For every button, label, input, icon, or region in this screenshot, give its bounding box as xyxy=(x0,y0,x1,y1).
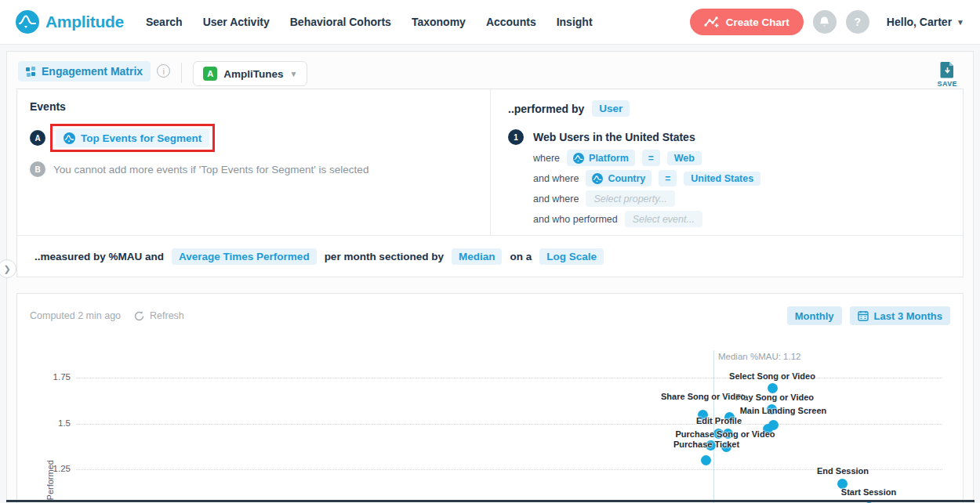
event-a-pill[interactable]: Top Events for Segment xyxy=(56,128,209,147)
scatter-plot: 1.751.51.25s PerformedMedian %MAU: 1.12S… xyxy=(17,294,964,503)
measured-by-row: ..measured by %MAU and Average Times Per… xyxy=(17,236,963,277)
help-button[interactable]: ? xyxy=(846,10,869,34)
segment-condition-row: and whereSelect property... xyxy=(533,190,946,207)
create-chart-label: Create Chart xyxy=(726,16,789,28)
median-mau-label: Median %MAU: 1.12 xyxy=(718,352,800,361)
data-point-label: Select Song or Video xyxy=(729,371,815,381)
segment-condition-row: and who performedSelect event... xyxy=(533,211,946,227)
chart-title-pill[interactable]: Engagement Matrix xyxy=(18,61,151,81)
data-point-label: Purchase Song or Video xyxy=(676,429,775,439)
measured-by-text-1: ..measured by %MAU and xyxy=(34,251,164,262)
segment-condition-row: and whereCountry=United States xyxy=(533,170,946,186)
condition-conjunction: and where xyxy=(533,194,579,204)
annotation-highlight-box: Top Events for Segment xyxy=(50,124,215,152)
toolbar-divider xyxy=(181,63,182,83)
performed-by-subject[interactable]: User xyxy=(592,100,630,117)
condition-conjunction: where xyxy=(533,153,560,164)
data-point-select-song-or-video[interactable] xyxy=(768,383,778,393)
notifications-button[interactable] xyxy=(813,10,837,34)
chart-toolbar: Engagement Matrix i A AmpliTunes ▼ SAVE xyxy=(7,52,973,88)
data-point-label: End Session xyxy=(817,466,869,476)
y-axis-tick: 1.5 xyxy=(34,418,71,428)
matrix-icon xyxy=(26,67,36,77)
chart-card: Computed 2 min ago Refresh Monthly xyxy=(16,293,964,503)
metric-pill[interactable]: Average Times Performed xyxy=(172,248,317,265)
nav-item-insight[interactable]: Insight xyxy=(557,16,593,28)
collapse-panel-button[interactable]: ❯ xyxy=(0,259,16,278)
condition-value-pill[interactable]: United States xyxy=(684,172,760,186)
question-mark-icon: ? xyxy=(855,16,862,28)
nav-item-behavioral-cohorts[interactable]: Behavioral Cohorts xyxy=(290,16,391,28)
data-point-label: Edit Profile xyxy=(696,416,742,425)
top-navigation-bar: Amplitude SearchUser ActivityBehavioral … xyxy=(0,0,980,45)
main-nav: SearchUser ActivityBehavioral CohortsTax… xyxy=(146,16,593,28)
user-menu[interactable]: Hello, Carter ▼ xyxy=(887,16,964,28)
info-icon[interactable]: i xyxy=(157,64,170,78)
gridline-y-1.5 xyxy=(76,424,942,425)
data-point-label: Main Landing Screen xyxy=(740,406,827,415)
data-point-label: Purchase Ticket xyxy=(673,440,739,449)
project-badge: A xyxy=(203,67,217,81)
condition-conjunction: and where xyxy=(533,173,579,184)
condition-placeholder-input[interactable]: Select event... xyxy=(625,211,702,227)
condition-property-label: Platform xyxy=(589,153,629,164)
chart-title: Engagement Matrix xyxy=(42,65,143,78)
condition-conjunction: and who performed xyxy=(533,214,618,225)
amplitude-property-icon xyxy=(573,153,584,164)
nav-item-accounts[interactable]: Accounts xyxy=(486,16,536,28)
condition-value-pill[interactable]: Web xyxy=(667,151,702,165)
query-top-sections: Events A xyxy=(17,89,963,236)
gridline-y-1.25 xyxy=(76,469,942,470)
workspace-panel: Engagement Matrix i A AmpliTunes ▼ SAVE xyxy=(6,51,974,503)
measured-by-text-2: per month sectioned by xyxy=(325,251,444,262)
condition-property-label: Country xyxy=(608,173,645,184)
performed-by-label: ..performed by xyxy=(508,103,584,115)
project-name: AmpliTunes xyxy=(223,68,283,80)
condition-property-pill[interactable]: Platform xyxy=(567,150,635,166)
section-pill[interactable]: Median xyxy=(452,248,503,265)
segment-conditions: wherePlatform=Weband whereCountry=United… xyxy=(533,150,946,227)
median-mau-line xyxy=(713,350,714,503)
event-b-note: You cannot add more events if 'Top Event… xyxy=(53,164,368,176)
viewport-bottom-edge xyxy=(6,500,975,502)
greeting-label: Hello, Carter xyxy=(887,16,952,28)
data-point-label: Share Song or Video xyxy=(661,392,746,401)
condition-placeholder-input[interactable]: Select property... xyxy=(586,190,675,207)
bell-icon xyxy=(818,16,830,28)
nav-item-taxonomy[interactable]: Taxonomy xyxy=(412,16,466,28)
events-section: Events A xyxy=(17,89,491,235)
nav-item-search[interactable]: Search xyxy=(146,16,183,28)
save-label: SAVE xyxy=(938,80,957,88)
chevron-down-icon: ▼ xyxy=(289,70,297,78)
scale-pill[interactable]: Log Scale xyxy=(539,248,604,265)
save-button[interactable]: SAVE xyxy=(938,61,962,88)
measured-by-text-3: on a xyxy=(510,251,532,262)
events-title: Events xyxy=(30,100,477,113)
event-a-label: Top Events for Segment xyxy=(81,132,201,144)
data-point-purchase-ticket[interactable] xyxy=(701,455,711,465)
event-b-badge: B xyxy=(30,161,45,177)
chart-line-icon xyxy=(704,16,720,28)
condition-property-pill[interactable]: Country xyxy=(586,170,652,186)
performed-by-section: ..performed by User 1 Web Users in the U… xyxy=(491,89,963,235)
amplitude-logo[interactable]: Amplitude xyxy=(16,10,124,34)
event-a-badge: A xyxy=(30,130,45,146)
y-axis-tick: 1.75 xyxy=(34,372,71,382)
amplitude-app: Amplitude SearchUser ActivityBehavioral … xyxy=(0,0,980,503)
y-axis-label: s Performed xyxy=(45,460,55,503)
query-definition-card: Events A xyxy=(16,89,964,277)
chevron-down-icon: ▼ xyxy=(956,18,964,27)
condition-operator-pill[interactable]: = xyxy=(642,150,660,166)
chevron-right-icon: ❯ xyxy=(3,264,10,274)
save-file-icon xyxy=(940,61,955,78)
nav-item-user-activity[interactable]: User Activity xyxy=(203,16,270,28)
topbar-right: Create Chart ? Hello, Carter ▼ xyxy=(690,9,964,35)
data-point-label: Play Song or Video xyxy=(735,393,814,402)
data-point-label: Start Session xyxy=(841,487,896,497)
segment-condition-row: wherePlatform=Web xyxy=(533,150,946,166)
brand-name: Amplitude xyxy=(45,13,124,31)
project-selector[interactable]: A AmpliTunes ▼ xyxy=(193,61,307,86)
amplitude-logo-icon xyxy=(16,10,39,34)
condition-operator-pill[interactable]: = xyxy=(659,170,677,186)
create-chart-button[interactable]: Create Chart xyxy=(690,9,804,35)
